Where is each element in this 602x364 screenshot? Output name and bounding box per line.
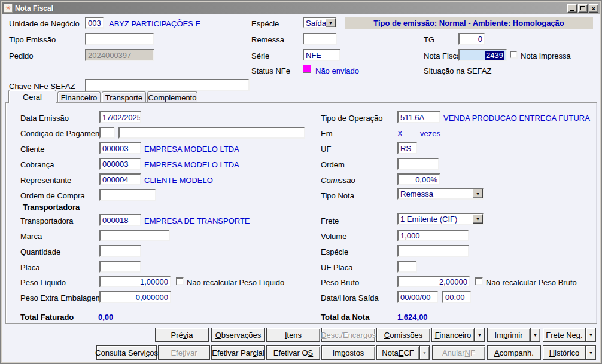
cobranca-label: Cobrança bbox=[20, 160, 54, 169]
tab-geral[interactable]: Geral bbox=[8, 90, 56, 103]
tipo-nota-select[interactable]: Remessa ▼ bbox=[397, 188, 484, 200]
cliente-field[interactable]: 000003 bbox=[99, 142, 141, 154]
especie-transporte-label: Espécie bbox=[321, 247, 348, 256]
marca-field[interactable] bbox=[99, 230, 170, 241]
tipo-operacao-field[interactable]: 511.6A bbox=[397, 111, 440, 123]
ordem-field[interactable] bbox=[397, 158, 439, 170]
nota-fiscal-label: Nota Fiscal bbox=[424, 51, 463, 60]
observacoes-button[interactable]: Observações bbox=[211, 328, 265, 342]
titlebar[interactable]: ✳ Nota Fiscal × bbox=[2, 2, 600, 14]
representante-desc: CLIENTE MODELO bbox=[144, 176, 213, 185]
minimize-button[interactable] bbox=[567, 4, 577, 13]
volume-field[interactable]: 1,000 bbox=[397, 230, 469, 241]
transportadora-label: Transportadora bbox=[20, 216, 73, 225]
frete-label: Frete bbox=[321, 216, 339, 225]
transportadora-field[interactable]: 000018 bbox=[99, 214, 141, 226]
unidade-negocio-field[interactable]: 003 bbox=[85, 17, 104, 29]
uf-field[interactable]: RS bbox=[397, 142, 417, 154]
nota-fiscal-field[interactable]: 2439 bbox=[458, 49, 507, 61]
cobranca-field[interactable]: 000003 bbox=[99, 158, 141, 170]
cliente-label: Cliente bbox=[20, 145, 44, 154]
nao-recalcular-peso-bruto-checkbox[interactable] bbox=[475, 277, 483, 285]
comissao-label: Comissão bbox=[321, 176, 355, 185]
total-da-nota-label: Total da Nota bbox=[321, 313, 369, 322]
frete-select[interactable]: 1 Emitente (CIF) ▼ bbox=[397, 213, 484, 225]
efetivar-os-button[interactable]: Efetivar OS bbox=[266, 345, 320, 360]
frete-neg-menu-arrow[interactable]: ▼ bbox=[586, 328, 596, 342]
chevron-down-icon[interactable]: ▼ bbox=[473, 189, 483, 198]
uf-placa-field[interactable] bbox=[397, 261, 417, 273]
consulta-servicos-button[interactable]: Consulta Serviços bbox=[96, 345, 157, 360]
nota-fiscal-window: ✳ Nota Fiscal × Unidade de Negócio 003 A… bbox=[0, 0, 602, 364]
transportadora-desc: EMPRESA DE TRANSPORTE bbox=[144, 216, 250, 225]
peso-bruto-field[interactable]: 2,00000 bbox=[397, 276, 470, 287]
peso-liquido-label: Peso Líquido bbox=[20, 278, 66, 287]
imprimir-menu-arrow[interactable]: ▼ bbox=[530, 328, 540, 342]
impostos-button[interactable]: Impostos bbox=[321, 345, 375, 360]
nota-fiscal-selected-text: 2439 bbox=[485, 51, 504, 60]
peso-extra-field[interactable]: 0,000000 bbox=[99, 291, 171, 303]
close-button[interactable]: × bbox=[589, 4, 598, 13]
minimize-icon bbox=[570, 10, 574, 11]
peso-bruto-label: Peso Bruto bbox=[321, 278, 359, 287]
historico-menu-arrow[interactable]: ▼ bbox=[586, 345, 596, 360]
tipo-emissao-field[interactable] bbox=[85, 33, 154, 45]
serie-field[interactable]: NFE bbox=[303, 49, 340, 61]
efetivar-parcial-button[interactable]: Efetivar Parcial bbox=[211, 345, 265, 360]
comissoes-button[interactable]: Comissões bbox=[376, 328, 430, 342]
financeiro-menu-arrow[interactable]: ▼ bbox=[475, 328, 485, 342]
financeiro-button[interactable]: Financeiro bbox=[431, 328, 475, 342]
placa-label: Placa bbox=[20, 263, 40, 272]
chevron-down-icon[interactable]: ▼ bbox=[326, 18, 336, 27]
transportadora-group-label: Transportadora bbox=[20, 203, 82, 212]
serie-label: Série bbox=[251, 51, 269, 60]
nota-ecf-button[interactable]: Nota ECF bbox=[376, 345, 419, 360]
nao-recalcular-peso-liquido-checkbox[interactable] bbox=[176, 277, 184, 285]
placa-field[interactable] bbox=[99, 261, 141, 273]
nao-recalcular-peso-bruto-label: Não recalcular Peso Bruto bbox=[486, 278, 577, 287]
status-nfe-label: Status NFe bbox=[251, 66, 290, 75]
ordem-compra-label: Ordem de Compra bbox=[20, 191, 85, 200]
tg-field[interactable]: 0 bbox=[458, 33, 485, 45]
ordem-label: Ordem bbox=[321, 160, 345, 169]
representante-field[interactable]: 000004 bbox=[99, 173, 141, 185]
maximize-button[interactable] bbox=[578, 4, 588, 13]
data-saida-field[interactable]: 00/00/00 bbox=[397, 291, 438, 303]
tipo-emissao-label: Tipo Emissão bbox=[9, 35, 56, 44]
uf-label: UF bbox=[321, 145, 331, 154]
previa-button[interactable]: Prévia bbox=[155, 328, 209, 342]
hora-saida-field[interactable]: 00:00 bbox=[442, 291, 471, 303]
quantidade-field[interactable] bbox=[99, 245, 141, 257]
nota-impressa-checkbox[interactable] bbox=[510, 51, 518, 59]
especie-select[interactable]: Saída ▼ bbox=[303, 17, 337, 29]
pedido-label: Pedido bbox=[9, 51, 33, 60]
frete-neg-button[interactable]: Frete Neg. bbox=[543, 328, 586, 342]
chevron-down-icon[interactable]: ▼ bbox=[473, 214, 483, 224]
acompanh-button[interactable]: Acompanh. bbox=[487, 345, 541, 360]
historico-button[interactable]: Histórico bbox=[543, 345, 586, 360]
em-x-value: X bbox=[397, 129, 403, 138]
cliente-desc: EMPRESA MODELO LTDA bbox=[144, 145, 239, 154]
emission-environment-banner: Tipo de emissão: Normal - Ambiente: Homo… bbox=[345, 17, 593, 29]
tab-financeiro[interactable]: Financeiro bbox=[57, 91, 101, 103]
itens-button[interactable]: Itens bbox=[266, 328, 320, 342]
representante-label: Representante bbox=[20, 176, 71, 185]
condicao-pagamento-desc-field[interactable] bbox=[118, 127, 305, 139]
imprimir-button[interactable]: Imprimir bbox=[487, 328, 530, 342]
ordem-compra-field[interactable] bbox=[99, 189, 156, 201]
comissao-field[interactable]: 0,00% bbox=[397, 173, 440, 185]
condicao-pagamento-code-field[interactable] bbox=[99, 127, 115, 139]
chave-nfe-field[interactable] bbox=[85, 79, 250, 91]
nao-recalcular-peso-liquido-label: Não recalcular Peso Líquido bbox=[187, 278, 284, 287]
situacao-sefaz-label: Situação na SEFAZ bbox=[424, 66, 491, 75]
condicao-pagamento-label: Condição de Pagamento bbox=[20, 129, 106, 138]
data-emissao-field[interactable]: 17/02/2025 bbox=[99, 111, 141, 123]
data-hora-saida-label: Data/Hora Saída bbox=[321, 293, 379, 302]
tab-complemento[interactable]: Complemento bbox=[147, 91, 197, 103]
peso-liquido-field[interactable]: 1,00000 bbox=[99, 276, 171, 287]
tipo-operacao-desc: VENDA PRODUCAO ENTREGA FUTURA bbox=[443, 114, 590, 123]
remessa-field[interactable] bbox=[303, 33, 337, 45]
especie-transporte-field[interactable] bbox=[397, 245, 469, 257]
tab-transporte[interactable]: Transporte bbox=[102, 91, 146, 103]
marca-label: Marca bbox=[20, 232, 42, 241]
